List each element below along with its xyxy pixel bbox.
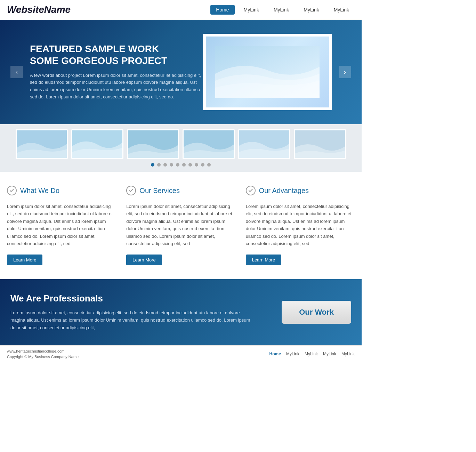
gallery-dots [7,163,355,167]
col-our-services: Our Services Lorem ipsum dolor sit amet,… [126,186,235,265]
col3-text: Lorem ipsum dolor sit amet, consectetiur… [246,203,355,248]
hero-section: ‹ FEATURED SAMPLE WORK SOME GORGEOUS PRO… [0,20,362,124]
col2-title: Our Services [139,187,180,195]
hero-image [203,34,332,110]
gallery-dot-6[interactable] [182,163,186,167]
col2-icon [126,186,136,195]
gallery-thumb-1[interactable] [16,129,68,159]
gallery-thumb-4[interactable] [183,129,235,159]
gallery-dot-1[interactable] [151,163,154,167]
gallery-dot-4[interactable] [170,163,173,167]
footer-nav-link-4[interactable]: MyLink [341,352,355,356]
gallery-dot-5[interactable] [176,163,179,167]
thumb-svg-4 [184,130,235,159]
col3-header: Our Advantages [246,186,355,199]
thumb-image-5 [239,130,289,158]
col3-icon [246,186,256,195]
gallery-strip [0,124,362,172]
three-col-section: What We Do Lorem ipsum dolor sit amet, c… [0,172,362,279]
col3-title: Our Advantages [259,187,309,195]
header: WebsiteName Home MyLink MyLink MyLink My… [0,0,362,20]
checkmark-icon-1 [9,188,14,193]
footer-nav-home[interactable]: Home [269,352,281,356]
gallery-dot-7[interactable] [188,163,192,167]
gallery-dot-10[interactable] [207,163,211,167]
hero-wave-svg [215,46,320,98]
thumb-image-6 [295,130,345,158]
col1-title: What We Do [20,187,59,195]
nav-home[interactable]: Home [210,5,234,15]
footer-nav: Home MyLink MyLink MyLink MyLink [269,352,355,356]
thumb-svg-1 [17,130,68,159]
professionals-title: We Are Professionals [10,293,254,304]
thumb-image-1 [17,130,67,158]
gallery-thumb-3[interactable] [127,129,179,159]
col1-icon [7,186,17,195]
thumb-svg-2 [72,130,123,159]
hero-image-inner [206,37,329,107]
nav-link-2[interactable]: MyLink [268,5,295,15]
thumb-image-4 [184,130,234,158]
hero-title: FEATURED SAMPLE WORK SOME GORGEOUS PROJE… [30,43,203,66]
footer-nav-link-3[interactable]: MyLink [323,352,336,356]
col1-learn-more-button[interactable]: Learn More [7,255,42,265]
gallery-dot-8[interactable] [195,163,198,167]
thumb-svg-5 [239,130,290,159]
gallery-thumbnails [7,129,355,159]
hero-next-button[interactable]: › [339,66,351,78]
checkmark-icon-2 [129,188,134,193]
footer-website: www.heritagechristiancollege.com [7,349,79,353]
gallery-thumb-5[interactable] [238,129,290,159]
col2-text: Lorem ipsum dolor sit amet, consectetiur… [126,203,235,248]
professionals-text: Lorem ipsum dolor sit amet, consectetiur… [10,309,254,331]
main-nav: Home MyLink MyLink MyLink MyLink [210,5,355,15]
footer-nav-link-2[interactable]: MyLink [305,352,318,356]
professionals-content: We Are Professionals Lorem ipsum dolor s… [10,293,254,331]
nav-link-3[interactable]: MyLink [298,5,324,15]
col-what-we-do: What We Do Lorem ipsum dolor sit amet, c… [7,186,116,265]
thumb-svg-3 [128,130,179,159]
gallery-dot-2[interactable] [157,163,161,167]
thumb-svg-6 [295,130,346,159]
site-logo: WebsiteName [7,4,71,15]
professionals-section: We Are Professionals Lorem ipsum dolor s… [0,279,362,345]
footer: www.heritagechristiancollege.com Copyrig… [0,345,362,362]
gallery-dot-9[interactable] [201,163,204,167]
thumb-image-2 [72,130,122,158]
thumb-image-3 [128,130,178,158]
gallery-thumb-2[interactable] [71,129,123,159]
checkmark-icon-3 [248,188,253,193]
hero-prev-button[interactable]: ‹ [10,66,23,78]
nav-link-4[interactable]: MyLink [328,5,355,15]
gallery-dot-3[interactable] [163,163,167,167]
col2-header: Our Services [126,186,235,199]
footer-copyright: Copyright © My Business Company Name [7,355,79,359]
gallery-thumb-6[interactable] [294,129,346,159]
footer-info: www.heritagechristiancollege.com Copyrig… [7,349,79,359]
col1-text: Lorem ipsum dolor sit amet, consectetiur… [7,203,116,248]
footer-nav-link-1[interactable]: MyLink [286,352,299,356]
hero-body-text: A few words about project Lorem ipsum do… [30,72,203,101]
our-work-button[interactable]: Our Work [282,301,351,324]
hero-content: FEATURED SAMPLE WORK SOME GORGEOUS PROJE… [30,43,203,100]
nav-link-1[interactable]: MyLink [238,5,265,15]
col1-header: What We Do [7,186,116,199]
col3-learn-more-button[interactable]: Learn More [246,255,281,265]
col2-learn-more-button[interactable]: Learn More [126,255,162,265]
col-our-advantages: Our Advantages Lorem ipsum dolor sit ame… [246,186,355,265]
